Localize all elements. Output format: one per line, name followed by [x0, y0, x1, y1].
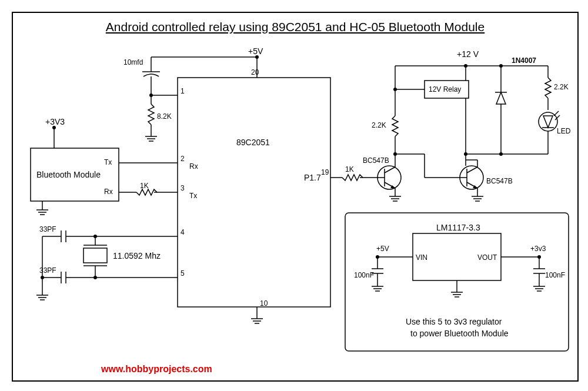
- pin-5: 5: [181, 269, 185, 278]
- mcu-rx: Rx: [189, 162, 198, 171]
- reg-label: LM1117-3.3: [436, 223, 480, 232]
- r-8k2: 8.2K: [157, 112, 172, 121]
- mcu-tx: Tx: [189, 192, 197, 200]
- svg-line-52: [385, 167, 395, 173]
- pin-10: 10: [260, 299, 268, 308]
- svg-rect-25: [83, 248, 107, 263]
- bt-rx: Rx: [104, 188, 113, 196]
- c100-b: 100nF: [545, 271, 565, 279]
- svg-line-81: [554, 111, 559, 116]
- reg-5v: +5V: [376, 245, 389, 253]
- relay-label: 12V Relay: [429, 85, 461, 93]
- led-label: LED: [557, 127, 571, 135]
- r-1k: 1K: [140, 182, 149, 190]
- reg-note-1: Use this 5 to 3v3 regulator: [406, 317, 502, 326]
- bt-label: Bluetooth Module: [36, 170, 101, 179]
- mcu-block: [178, 78, 330, 307]
- diode-label: 1N4007: [512, 56, 536, 65]
- svg-marker-74: [496, 92, 506, 104]
- pin-2: 2: [181, 155, 185, 163]
- c100-a: 100nF: [354, 271, 374, 279]
- q1-label: BC547B: [363, 156, 389, 165]
- svg-point-86: [499, 152, 503, 156]
- vin-label: VIN: [416, 253, 427, 262]
- reg-3v3: +3v3: [530, 245, 546, 253]
- schematic-svg: 89C2051 +5V 20 10mfd 1 8.2K Bluetooth Mo…: [13, 13, 577, 380]
- cap-33pf-1: 33PF: [39, 225, 56, 233]
- r-1k-2: 1K: [345, 165, 354, 173]
- svg-point-72: [393, 88, 397, 91]
- svg-marker-79: [543, 116, 553, 128]
- label-3v3: +3V3: [45, 117, 65, 126]
- r-2k2-b: 2.2K: [554, 83, 569, 91]
- pin-3: 3: [181, 184, 185, 192]
- pin-1: 1: [181, 87, 185, 95]
- svg-point-42: [41, 276, 44, 279]
- mcu-label: 89C2051: [236, 138, 270, 147]
- vout-label: VOUT: [477, 253, 497, 262]
- label-12v: +12 V: [457, 49, 479, 59]
- crystal-label: 11.0592 Mhz: [113, 251, 161, 260]
- svg-line-93: [467, 167, 477, 173]
- pin-19: 19: [321, 168, 329, 176]
- reg-note-2: to power Bluetooth Module: [410, 329, 509, 338]
- q2-label: BC547B: [486, 177, 513, 185]
- pin-4: 4: [181, 228, 185, 236]
- label-5v: +5V: [248, 46, 263, 56]
- pin-20: 20: [251, 68, 259, 76]
- r-2k2-a: 2.2K: [372, 121, 386, 129]
- p17-label: P1.7: [304, 173, 321, 182]
- svg-point-85: [464, 152, 467, 156]
- cap-10mfd: 10mfd: [123, 58, 143, 66]
- bt-tx: Tx: [104, 158, 112, 166]
